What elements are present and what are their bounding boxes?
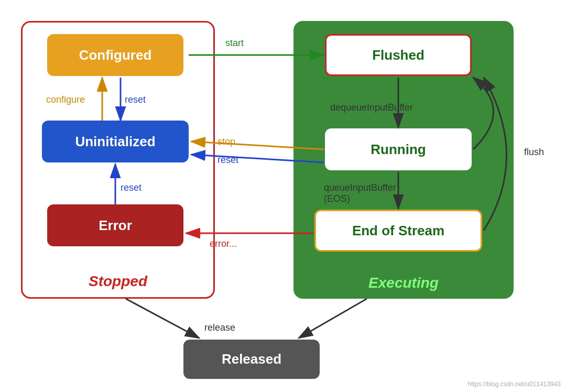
- error-state: Error: [47, 204, 183, 246]
- reset-running-label: reset: [217, 155, 238, 166]
- reset-configured-label: reset: [125, 94, 146, 105]
- flushed-state: Flushed: [325, 34, 472, 76]
- stopped-label: Stopped: [89, 273, 147, 290]
- executing-label: Executing: [368, 275, 439, 291]
- released-state: Released: [183, 340, 320, 379]
- dequeue-label: dequeueInputBuffer: [330, 102, 413, 113]
- end-of-stream-state: End of Stream: [314, 210, 482, 252]
- queue-label: queueInputBuffer(EOS): [324, 182, 396, 204]
- reset-error-label: reset: [121, 182, 142, 193]
- configured-state: Configured: [47, 34, 183, 76]
- running-state: Running: [325, 128, 472, 170]
- diagram-container: Stopped Executing Configured Uninitializ…: [0, 0, 566, 392]
- svg-line-15: [126, 299, 199, 338]
- release-label: release: [204, 322, 235, 333]
- configure-label: configure: [46, 94, 85, 105]
- stop-label: stop: [217, 136, 235, 147]
- error-label: error...: [210, 238, 237, 249]
- start-label: start: [225, 38, 244, 49]
- svg-line-16: [299, 299, 367, 338]
- watermark: https://blog.csdn.net/u011413943: [468, 380, 561, 388]
- uninitialized-state: Uninitialized: [42, 121, 189, 162]
- flush-label: flush: [524, 147, 544, 158]
